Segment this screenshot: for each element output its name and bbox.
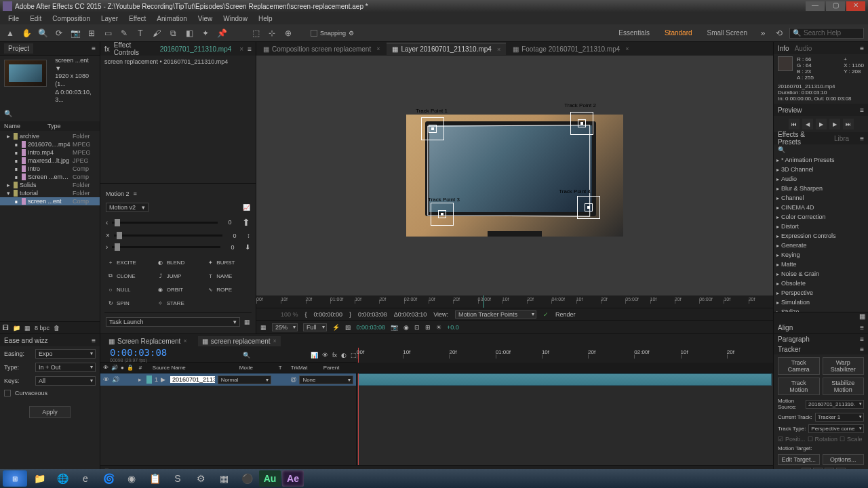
tree-row[interactable]: ∎screen ...entComp [0, 197, 100, 205]
timeline-ruler[interactable]: 00f10f20f01:00f10f20f02:00f10f20f03:00f [357, 348, 773, 363]
layer-row-1[interactable]: 👁🔊 ▸ 1 ▶ 20160701_211310.mp4 Normal @ No… [100, 373, 356, 386]
tree-row[interactable]: ∎IntroComp [0, 165, 100, 173]
ease-apply-button[interactable]: Apply [29, 406, 71, 418]
snap-options-icon[interactable]: ⚙ [349, 30, 354, 37]
pen-tool-icon[interactable]: ✎ [118, 27, 130, 39]
hand-tool-icon[interactable]: ✋ [20, 27, 33, 39]
effect-category[interactable]: ▸Simulation [774, 298, 868, 307]
motion-action-name[interactable]: TNAME [204, 270, 252, 281]
preview-menu-icon[interactable]: ≡ [860, 106, 864, 114]
menu-view[interactable]: View [193, 14, 218, 24]
menu-window[interactable]: Window [218, 14, 253, 24]
search-help-input[interactable]: 🔍 Search Help [789, 28, 864, 39]
timeline-playhead-track[interactable] [358, 373, 359, 465]
motion-action-null[interactable]: ○NULL [104, 284, 152, 295]
hdr-solo-icon[interactable]: ● [121, 365, 124, 371]
effect-category[interactable]: ▸Matte [774, 260, 868, 269]
menu-file[interactable]: File [3, 14, 24, 24]
layer-mode-dropdown[interactable]: Normal [218, 375, 272, 384]
motion-action-clone[interactable]: ⧉CLONE [104, 270, 152, 281]
world-axis-icon[interactable]: ⊹ [266, 27, 278, 39]
tab-close-icon[interactable]: × [497, 46, 500, 53]
motion-preset-dropdown[interactable]: Motion v2 [106, 203, 149, 212]
close-button[interactable]: ✕ [846, 1, 865, 11]
puppet-tool-icon[interactable]: 📌 [216, 27, 228, 39]
col-parent[interactable]: Parent [323, 365, 340, 371]
effects-menu-icon[interactable]: ≡ [860, 135, 864, 142]
minimize-button[interactable]: — [806, 1, 825, 11]
tree-row[interactable]: ▾tutorialFolder [0, 189, 100, 197]
edge-taskbar-icon[interactable]: 🌀 [98, 470, 119, 487]
task-launch-dropdown[interactable]: Task Launch [106, 317, 240, 327]
ease-wizz-tab[interactable]: Ease and wizz [4, 337, 47, 344]
effects-search-icon[interactable]: 🔍 [778, 146, 785, 153]
motion-action-jump[interactable]: ⤴JUMP [155, 270, 202, 281]
channel-icon[interactable]: ◉ [403, 324, 409, 331]
fast-preview-icon[interactable]: ⚡ [332, 324, 340, 331]
hdr-eye-icon[interactable]: 👁 [103, 365, 108, 371]
chrome-taskbar-icon[interactable]: 🌐 [52, 470, 73, 487]
shape-tool-icon[interactable]: ▭ [102, 27, 114, 39]
tl-graph-icon[interactable]: 📊 [311, 352, 318, 359]
audition-taskbar-icon[interactable]: Au [259, 470, 281, 487]
effect-controls-tab[interactable]: Effect Controls [114, 41, 156, 56]
effect-category[interactable]: ▸Blur & Sharpen [774, 184, 868, 193]
motion-action-orbit[interactable]: ◉ORBIT [155, 284, 202, 295]
workspace-menu-icon[interactable]: » [757, 27, 769, 39]
timeline-timecode[interactable]: 0:00:03:08 [104, 347, 243, 358]
paragraph-tab[interactable]: Paragraph [778, 336, 810, 343]
workspace-essentials[interactable]: Essentials [613, 28, 655, 38]
new-folder-icon[interactable]: 📁 [13, 325, 20, 331]
project-search-icon[interactable]: 🔍 [4, 110, 12, 117]
task-launch-go-icon[interactable]: ▦ [244, 319, 250, 325]
hdr-lock-icon[interactable]: 🔒 [127, 365, 134, 371]
effect-category[interactable]: ▸Audio [774, 174, 868, 184]
viewer-tab[interactable]: ▦Composition screen replacement× [258, 43, 385, 55]
layer-name[interactable]: 20160701_211310.mp4 [170, 376, 215, 383]
menu-layer[interactable]: Layer [96, 14, 123, 24]
sync-icon[interactable]: ⟲ [773, 27, 785, 39]
layer-bar[interactable] [358, 373, 772, 386]
viewer-ruler[interactable]: 00f10f20f01:00f10f20f02:00f10f20f03:00f1… [256, 296, 773, 308]
ease-keys-dropdown[interactable]: All [35, 376, 96, 386]
resolution-dropdown[interactable]: Full [303, 323, 327, 331]
easing-dropdown[interactable]: Expo [35, 349, 96, 359]
ec-close-icon[interactable]: × [239, 45, 243, 53]
zoom-tool-icon[interactable]: 🔍 [37, 27, 49, 39]
tree-row[interactable]: ∎2016070....mp4MPEG [0, 140, 100, 148]
interpret-icon[interactable]: 🎞 [3, 325, 9, 331]
motion-slider-3[interactable]: ›0⬇ [104, 241, 252, 253]
motion-graph-icon[interactable]: 📈 [243, 204, 250, 211]
magnification-dropdown[interactable]: 25% [272, 323, 298, 331]
effect-category[interactable]: ▸* Animation Presets [774, 155, 868, 165]
tab-close-icon[interactable]: × [376, 45, 380, 52]
info-tab[interactable]: Info [778, 45, 789, 52]
stabilize-motion-button[interactable]: Stabilize Motion [823, 378, 865, 395]
preview-tab[interactable]: Preview [778, 106, 802, 114]
effect-category[interactable]: ▸Generate [774, 241, 868, 250]
effect-category[interactable]: ▸Perspective [774, 288, 868, 298]
motion-menu-icon[interactable]: ≡ [134, 190, 137, 197]
menu-edit[interactable]: Edit [24, 14, 47, 24]
explorer-taskbar-icon[interactable]: 📁 [28, 470, 50, 487]
maximize-button[interactable]: ▢ [826, 1, 845, 11]
effect-category[interactable]: ▸Distort [774, 222, 868, 231]
region-icon[interactable]: ⊡ [414, 324, 420, 331]
col-source[interactable]: Source Name [153, 365, 234, 371]
track-camera-button[interactable]: Track Camera [778, 357, 820, 375]
new-comp-icon[interactable]: ▦ [24, 325, 31, 331]
align-tab[interactable]: Align [778, 324, 793, 331]
tab-close-icon[interactable]: × [273, 338, 276, 344]
layer-color-chip[interactable] [146, 375, 152, 384]
effect-category[interactable]: ▸CINEMA 4D [774, 203, 868, 212]
viewer-time[interactable]: 0:00:03:08 [357, 324, 386, 331]
tracker-tab[interactable]: Tracker [778, 346, 801, 353]
tree-row[interactable]: ∎Intro.mp4MPEG [0, 148, 100, 157]
effect-category[interactable]: ▸Obsolete [774, 279, 868, 288]
layer-parent-pick-icon[interactable]: @ [290, 376, 296, 383]
alpha-icon[interactable]: ▦ [260, 324, 267, 331]
layer-eye-icon[interactable]: 👁 [103, 376, 109, 383]
next-frame-button[interactable]: ▶ [829, 119, 840, 129]
tracker-menu-icon[interactable]: ≡ [860, 346, 864, 353]
track-point-4[interactable] [577, 196, 600, 219]
